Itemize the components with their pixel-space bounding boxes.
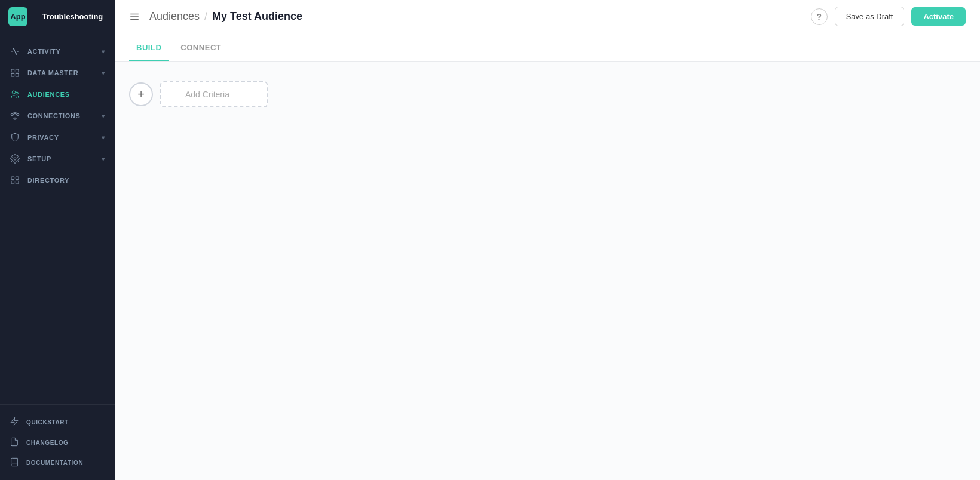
sidebar-item-connections[interactable]: CONNECTIONS ▾ [0,105,115,127]
sidebar-item-quickstart[interactable]: QUICKSTART [0,412,115,432]
connections-icon [10,110,20,121]
svg-rect-16 [16,177,19,180]
breadcrumb-parent[interactable]: Audiences [149,10,200,23]
sidebar-item-label: DIRECTORY [27,177,69,184]
changelog-icon [10,437,19,448]
build-area: + Add Criteria [115,62,980,480]
tabs-bar: BUILD CONNECT [115,33,980,62]
directory-icon [10,175,20,186]
chevron-down-icon: ▾ [102,113,105,119]
sidebar-item-label: CONNECTIONS [27,112,81,119]
activity-icon [10,46,20,57]
svg-rect-7 [17,114,19,116]
audiences-icon [10,89,20,100]
svg-rect-2 [11,73,14,76]
svg-point-5 [16,92,18,94]
tab-connect[interactable]: CONNECT [173,33,228,61]
svg-rect-17 [11,181,14,184]
sidebar-item-privacy[interactable]: PRIVACY ▾ [0,127,115,148]
svg-rect-15 [11,177,14,180]
sidebar: App __Troubleshooting ACTIVITY ▾ DATA MA… [0,0,115,480]
breadcrumb: Audiences / My Test Audience [149,10,811,23]
header-actions: ? Save as Draft Activate [811,7,966,26]
chevron-down-icon: ▾ [102,134,105,141]
help-button[interactable]: ? [811,8,828,25]
main-area: Audiences / My Test Audience ? Save as D… [115,0,980,480]
svg-point-14 [14,158,16,160]
activate-button[interactable]: Activate [911,7,966,26]
chevron-down-icon: ▾ [102,156,105,162]
svg-rect-3 [16,73,19,76]
sidebar-item-label: QUICKSTART [26,419,69,426]
sidebar-item-setup[interactable]: SETUP ▾ [0,148,115,170]
sidebar-item-label: AUDIENCES [27,91,70,98]
save-draft-button[interactable]: Save as Draft [835,7,905,26]
sidebar-item-label: PRIVACY [27,134,59,141]
sidebar-item-directory[interactable]: DIRECTORY [0,170,115,191]
svg-marker-19 [11,417,18,425]
sidebar-item-audiences[interactable]: AUDIENCES [0,84,115,105]
svg-rect-0 [11,69,14,72]
tab-build[interactable]: BUILD [129,33,169,61]
hamburger-menu-icon[interactable] [129,11,140,22]
data-master-icon [10,67,20,78]
chevron-down-icon: ▾ [102,70,105,76]
svg-rect-18 [16,181,19,184]
add-criteria-circle-button[interactable]: + [129,82,153,106]
svg-rect-6 [11,114,13,116]
svg-rect-1 [16,69,19,72]
add-criteria-box-button[interactable]: Add Criteria [160,81,268,107]
sidebar-item-documentation[interactable]: DOCUMENTATION [0,453,115,473]
sidebar-item-activity[interactable]: ACTIVITY ▾ [0,41,115,62]
sidebar-item-changelog[interactable]: CHANGELOG [0,432,115,453]
svg-point-4 [12,91,15,94]
sidebar-item-label: ACTIVITY [27,48,60,55]
content-area: BUILD CONNECT + Add Criteria [115,33,980,480]
setup-icon [10,153,20,164]
sidebar-item-data-master[interactable]: DATA MASTER ▾ [0,62,115,84]
header: Audiences / My Test Audience ? Save as D… [115,0,980,33]
sidebar-item-label: SETUP [27,155,51,162]
criteria-row: + Add Criteria [129,81,966,107]
quickstart-icon [10,417,19,427]
sidebar-item-label: DATA MASTER [27,69,78,76]
breadcrumb-current: My Test Audience [212,10,302,23]
privacy-icon [10,132,20,143]
chevron-down-icon: ▾ [102,48,105,55]
app-name: __Troubleshooting [33,12,103,21]
app-logo: App [8,7,27,26]
sidebar-bottom: QUICKSTART CHANGELOG DOCUMENTATION [0,404,115,480]
sidebar-nav: ACTIVITY ▾ DATA MASTER ▾ AUDIENCES CONNE… [0,33,115,404]
sidebar-item-label: CHANGELOG [26,439,68,446]
documentation-icon [10,457,19,468]
sidebar-logo: App __Troubleshooting [0,0,115,33]
breadcrumb-separator: / [204,10,207,23]
sidebar-item-label: DOCUMENTATION [26,460,83,466]
